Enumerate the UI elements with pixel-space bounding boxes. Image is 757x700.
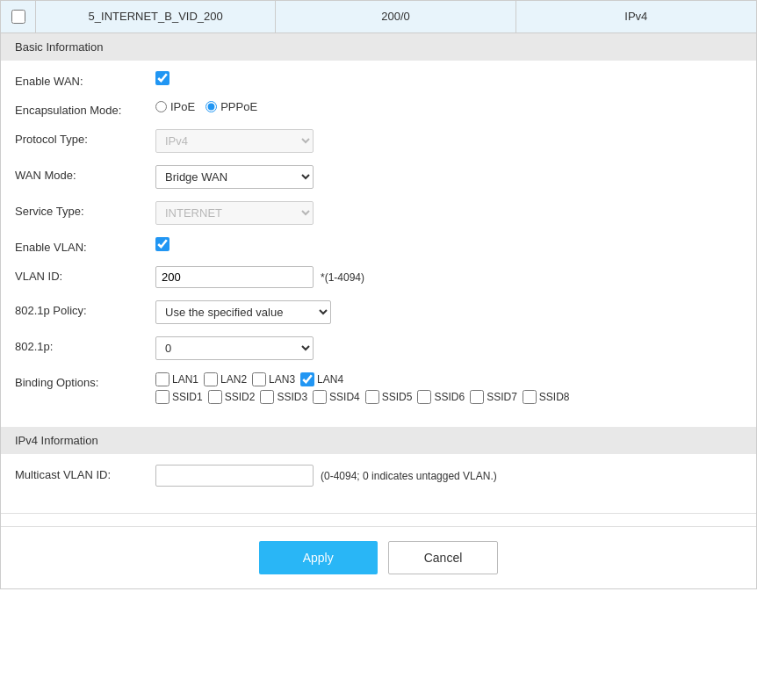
service-type-select[interactable]: INTERNET	[155, 201, 314, 225]
encapsulation-row: Encapsulation Mode: IPoE PPPoE	[15, 100, 742, 117]
enable-wan-checkbox[interactable]	[155, 71, 169, 85]
ipv4-info-form-body: Multicast VLAN ID: (0-4094; 0 indicates …	[1, 454, 756, 509]
enable-wan-row: Enable WAN:	[15, 71, 742, 88]
lan4-label: LAN4	[317, 373, 343, 386]
dot1p-control: 0 1 2 3 4 5 6 7	[155, 336, 742, 360]
vlan-id-label: VLAN ID:	[15, 266, 155, 283]
pppoe-label: PPPoE	[220, 100, 257, 113]
lan3-item[interactable]: LAN3	[252, 372, 295, 386]
ssid8-label: SSID8	[539, 391, 570, 403]
ssid2-label: SSID2	[225, 391, 256, 403]
protocol-type-select[interactable]: IPv4	[155, 129, 314, 153]
service-type-control: INTERNET	[155, 201, 742, 225]
protocol-type-row: Protocol Type: IPv4	[15, 129, 742, 153]
ssid2-item[interactable]: SSID2	[208, 390, 256, 404]
ssid6-item[interactable]: SSID6	[417, 390, 465, 404]
vlan-id-row: VLAN ID: *(1-4094)	[15, 266, 742, 288]
ssid4-label: SSID4	[329, 391, 360, 403]
enable-vlan-checkbox[interactable]	[155, 237, 169, 251]
lan3-label: LAN3	[269, 373, 295, 386]
ssid7-checkbox[interactable]	[470, 390, 484, 404]
lan1-checkbox[interactable]	[155, 372, 169, 386]
select-all-checkbox[interactable]	[11, 10, 25, 24]
ipoe-option[interactable]: IPoE	[155, 100, 195, 113]
lan2-label: LAN2	[220, 373, 247, 386]
binding-lan-row: LAN1 LAN2 LAN3 LAN4	[155, 372, 570, 386]
lan2-checkbox[interactable]	[204, 372, 218, 386]
ssid3-label: SSID3	[277, 391, 307, 403]
enable-wan-control	[155, 71, 742, 85]
ssid5-checkbox[interactable]	[365, 390, 379, 404]
ipv4-info-section-header: IPv4 Information	[1, 427, 756, 454]
ssid1-item[interactable]: SSID1	[155, 390, 203, 404]
ssid7-label: SSID7	[487, 391, 517, 403]
dot1p-policy-select[interactable]: Use the specified value Copy from inner …	[155, 300, 331, 324]
lan4-item[interactable]: LAN4	[300, 372, 343, 386]
ssid4-item[interactable]: SSID4	[313, 390, 360, 404]
apply-button[interactable]: Apply	[259, 541, 378, 574]
dot1p-select[interactable]: 0 1 2 3 4 5 6 7	[155, 336, 314, 360]
dot1p-policy-control: Use the specified value Copy from inner …	[155, 300, 742, 324]
form-container: Basic Information Enable WAN: Encapsulat…	[0, 32, 757, 589]
enable-wan-label: Enable WAN:	[15, 71, 155, 88]
binding-options-group: LAN1 LAN2 LAN3 LAN4	[155, 372, 570, 404]
header-protocol: IPv4	[516, 1, 756, 32]
wan-mode-label: WAN Mode:	[15, 165, 155, 182]
ipoe-label: IPoE	[170, 100, 195, 113]
dot1p-policy-row: 802.1p Policy: Use the specified value C…	[15, 300, 742, 324]
service-type-row: Service Type: INTERNET	[15, 201, 742, 225]
ssid2-checkbox[interactable]	[208, 390, 222, 404]
dot1p-policy-label: 802.1p Policy:	[15, 300, 155, 317]
vlan-id-control: *(1-4094)	[155, 266, 742, 288]
ssid4-checkbox[interactable]	[313, 390, 327, 404]
ipoe-radio[interactable]	[155, 101, 167, 112]
header-vid: 200/0	[276, 1, 515, 32]
wan-mode-select[interactable]: Bridge WAN Route WAN	[155, 165, 314, 189]
binding-ssid-row: SSID1 SSID2 SSID3 SSID4	[155, 390, 570, 404]
pppoe-option[interactable]: PPPoE	[205, 100, 257, 113]
enable-vlan-row: Enable VLAN:	[15, 237, 742, 254]
multicast-vlan-hint: (0-4094; 0 indicates untagged VLAN.)	[321, 470, 497, 482]
wan-mode-control: Bridge WAN Route WAN	[155, 165, 742, 189]
lan3-checkbox[interactable]	[252, 372, 266, 386]
basic-info-section-header: Basic Information	[1, 33, 756, 61]
vlan-id-hint: *(1-4094)	[321, 271, 364, 284]
ssid6-checkbox[interactable]	[417, 390, 431, 404]
dot1p-label: 802.1p:	[15, 336, 155, 353]
multicast-vlan-row: Multicast VLAN ID: (0-4094; 0 indicates …	[15, 465, 742, 487]
binding-options-row: Binding Options: LAN1 LAN2	[15, 372, 742, 404]
enable-vlan-label: Enable VLAN:	[15, 237, 155, 254]
header-checkbox-cell[interactable]	[1, 1, 36, 32]
vlan-id-input[interactable]	[155, 266, 314, 288]
header-name: 5_INTERNET_B_VID_200	[36, 1, 276, 32]
ssid1-checkbox[interactable]	[155, 390, 169, 404]
multicast-vlan-label: Multicast VLAN ID:	[15, 465, 155, 481]
lan2-item[interactable]: LAN2	[204, 372, 247, 386]
button-row: Apply Cancel	[1, 526, 756, 588]
pppoe-radio[interactable]	[205, 101, 217, 112]
lan1-item[interactable]: LAN1	[155, 372, 198, 386]
lan4-checkbox[interactable]	[300, 372, 314, 386]
protocol-type-control: IPv4	[155, 129, 742, 153]
cancel-button[interactable]: Cancel	[388, 541, 499, 574]
table-header: 5_INTERNET_B_VID_200 200/0 IPv4	[0, 0, 757, 32]
ssid7-item[interactable]: SSID7	[470, 390, 517, 404]
basic-info-form-body: Enable WAN: Encapsulation Mode: IPoE PPP…	[1, 61, 756, 427]
ssid5-item[interactable]: SSID5	[365, 390, 413, 404]
binding-options-control: LAN1 LAN2 LAN3 LAN4	[155, 372, 742, 404]
ssid5-label: SSID5	[382, 391, 413, 403]
protocol-type-label: Protocol Type:	[15, 129, 155, 146]
ssid3-item[interactable]: SSID3	[260, 390, 307, 404]
multicast-vlan-control: (0-4094; 0 indicates untagged VLAN.)	[155, 465, 742, 487]
wan-mode-row: WAN Mode: Bridge WAN Route WAN	[15, 165, 742, 189]
binding-options-label: Binding Options:	[15, 372, 155, 389]
enable-vlan-control	[155, 237, 742, 251]
ssid8-item[interactable]: SSID8	[523, 390, 570, 404]
encapsulation-label: Encapsulation Mode:	[15, 100, 155, 117]
ssid8-checkbox[interactable]	[523, 390, 537, 404]
encapsulation-control: IPoE PPPoE	[155, 100, 742, 113]
ssid3-checkbox[interactable]	[260, 390, 274, 404]
multicast-vlan-input[interactable]	[155, 465, 314, 487]
dot1p-row: 802.1p: 0 1 2 3 4 5 6 7	[15, 336, 742, 360]
ssid6-label: SSID6	[434, 391, 465, 403]
